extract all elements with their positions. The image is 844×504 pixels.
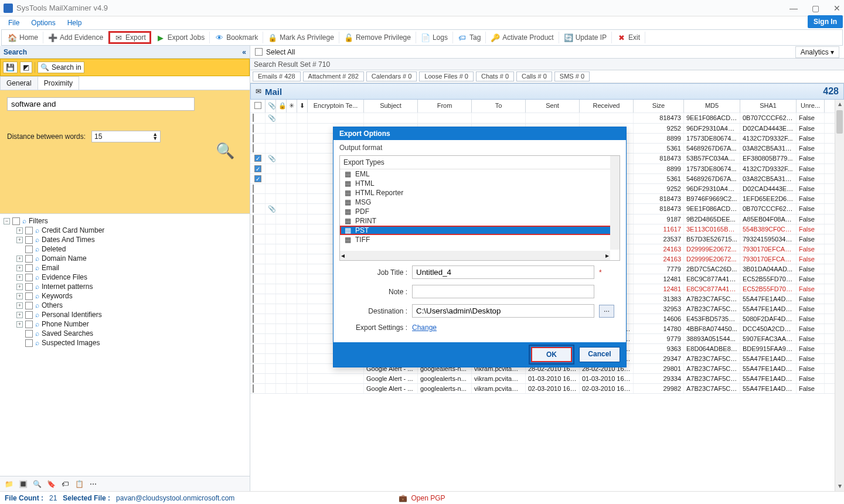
expand-icon[interactable]: + — [16, 302, 23, 309]
row-checkbox[interactable] — [253, 285, 254, 293]
column-header[interactable]: Subject — [364, 100, 418, 113]
row-checkbox[interactable] — [253, 325, 254, 333]
filter-checkbox[interactable] — [25, 264, 33, 272]
export-type-item[interactable]: ▦HTML — [340, 179, 620, 188]
menu-options[interactable]: Options — [31, 19, 55, 27]
row-checkbox[interactable] — [253, 355, 254, 363]
filter-checkbox[interactable] — [25, 302, 33, 309]
browse-button[interactable]: ... — [599, 305, 614, 318]
column-header[interactable]: To — [472, 100, 526, 113]
column-header[interactable]: Received — [580, 100, 634, 113]
filter-label[interactable]: Dates And Times — [42, 236, 95, 244]
filter-checkbox[interactable] — [25, 339, 33, 347]
filter-label[interactable]: Evidence Files — [42, 273, 87, 281]
hex-icon[interactable]: 🔳 — [18, 479, 28, 489]
expand-icon[interactable]: + — [16, 227, 23, 234]
count-tab[interactable]: Calls # 0 — [516, 71, 552, 81]
row-checkbox[interactable] — [253, 374, 254, 383]
row-checkbox[interactable] — [253, 205, 254, 213]
run-search-icon[interactable]: 🔍 — [216, 142, 234, 160]
row-checkbox[interactable] — [253, 295, 254, 303]
row-checkbox[interactable] — [253, 275, 254, 283]
expand-icon[interactable]: + — [16, 274, 23, 281]
row-checkbox[interactable] — [253, 185, 254, 193]
menu-file[interactable]: File — [8, 19, 19, 27]
grid-scrollbar[interactable]: ▴▾ — [835, 100, 844, 491]
select-all-checkbox[interactable] — [255, 48, 263, 56]
row-checkbox[interactable] — [253, 335, 254, 343]
filter-checkbox[interactable] — [25, 274, 33, 281]
destination-input[interactable] — [412, 304, 594, 318]
close-icon[interactable]: ✕ — [833, 4, 840, 13]
column-header[interactable]: Unre... — [797, 100, 825, 113]
column-header[interactable]: Encryptoin Te... — [308, 100, 364, 113]
table-row[interactable]: Google Alert - ...googlealerts-n...vikra… — [250, 384, 844, 394]
search-in-button[interactable]: 🔍Search in — [38, 62, 84, 73]
count-tab[interactable]: Chats # 0 — [476, 71, 514, 81]
filter-label[interactable]: Others — [42, 301, 63, 309]
menu-help[interactable]: Help — [67, 19, 82, 27]
tab-proximity[interactable]: Proximity — [38, 76, 79, 90]
bookmark-small-icon[interactable]: 🔖 — [46, 479, 56, 489]
count-tab[interactable]: Loose Files # 0 — [419, 71, 474, 81]
filter-checkbox[interactable] — [25, 283, 33, 291]
column-header[interactable]: SHA1 — [740, 100, 797, 113]
expand-icon[interactable]: + — [16, 293, 23, 299]
column-header[interactable]: Sent — [526, 100, 580, 113]
filter-label[interactable]: Keywords — [42, 292, 73, 300]
column-header[interactable]: ⬇ — [297, 100, 308, 113]
row-checkbox[interactable]: ✓ — [254, 165, 261, 172]
home-button[interactable]: 🏠Home — [3, 32, 43, 43]
log-small-icon[interactable]: 📋 — [74, 479, 84, 489]
filter-label[interactable]: Deleted — [42, 245, 66, 253]
case-icon[interactable]: 📁 — [4, 479, 14, 489]
column-header[interactable]: MD5 — [684, 100, 740, 113]
clear-search-button[interactable]: ◩ — [20, 62, 32, 73]
filter-label[interactable]: Domain Name — [42, 254, 87, 263]
filter-label[interactable]: Saved Searches — [42, 329, 93, 338]
note-input[interactable] — [412, 285, 594, 298]
column-header[interactable]: 📎 — [266, 100, 276, 113]
column-header[interactable]: 🔒 — [276, 100, 287, 113]
sign-in-button[interactable]: Sign In — [808, 15, 843, 28]
minimize-icon[interactable]: — — [789, 4, 798, 13]
export-type-item[interactable]: ▦MSG — [340, 197, 620, 207]
proximity-query-input[interactable] — [7, 97, 195, 111]
update-ip-button[interactable]: 🔄Update IP — [559, 32, 612, 43]
column-header[interactable]: From — [418, 100, 472, 113]
export-type-item[interactable]: ▦EML — [340, 169, 620, 179]
row-checkbox[interactable] — [253, 315, 254, 323]
filter-checkbox[interactable] — [25, 311, 33, 319]
filter-checkbox[interactable] — [25, 246, 33, 253]
tags-small-icon[interactable]: 🏷 — [60, 479, 70, 489]
mark-privilege-button[interactable]: 🔒Mark As Privilege — [263, 32, 339, 43]
filter-label[interactable]: Phone Number — [42, 320, 89, 328]
job-title-input[interactable] — [412, 265, 594, 279]
dialog-list-hscrollbar[interactable]: ◂▸ — [340, 251, 610, 260]
change-settings-link[interactable]: Change — [412, 323, 594, 332]
add-evidence-button[interactable]: ➕Add Evidence — [43, 32, 108, 43]
row-checkbox[interactable] — [253, 225, 254, 233]
column-header[interactable] — [250, 100, 266, 113]
export-type-item[interactable]: ▦PDF — [340, 207, 620, 216]
row-checkbox[interactable] — [253, 235, 254, 243]
count-tab[interactable]: Emails # 428 — [253, 71, 301, 81]
filter-checkbox[interactable] — [25, 292, 33, 300]
dialog-list-scrollbar[interactable] — [610, 156, 620, 250]
tab-general[interactable]: General — [0, 76, 38, 90]
distance-spinner[interactable]: 15▲▼ — [91, 131, 161, 142]
filter-label[interactable]: Credit Card Number — [42, 226, 104, 234]
export-type-item[interactable]: ▦TIFF — [340, 235, 620, 244]
expand-icon[interactable]: + — [16, 284, 23, 290]
collapse-tree-icon[interactable]: − — [4, 218, 10, 224]
row-checkbox[interactable] — [253, 134, 254, 142]
export-type-item[interactable]: ▦HTML Reporter — [340, 188, 620, 197]
row-checkbox[interactable] — [253, 144, 254, 152]
remove-privilege-button[interactable]: 🔓Remove Privilege — [339, 32, 416, 43]
row-checkbox[interactable] — [253, 265, 254, 273]
open-pgp-label[interactable]: Open PGP — [411, 494, 445, 502]
row-checkbox[interactable] — [253, 384, 254, 393]
filter-label[interactable]: Internet patterns — [42, 282, 93, 291]
filter-checkbox[interactable] — [25, 236, 33, 244]
row-checkbox[interactable] — [253, 124, 254, 132]
